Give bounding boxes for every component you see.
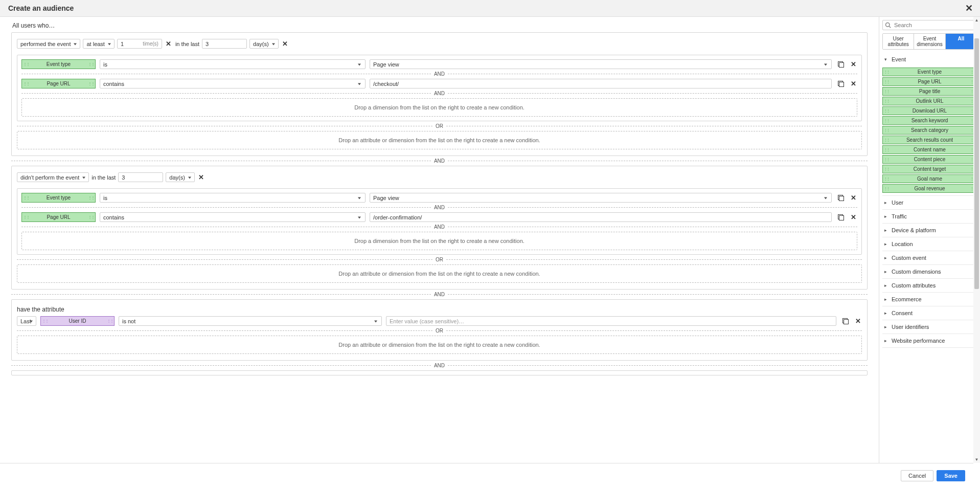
modal-title: Create an audience <box>8 4 74 12</box>
close-button[interactable]: ✕ <box>962 0 976 16</box>
modal-header: Create an audience ✕ <box>0 0 980 17</box>
